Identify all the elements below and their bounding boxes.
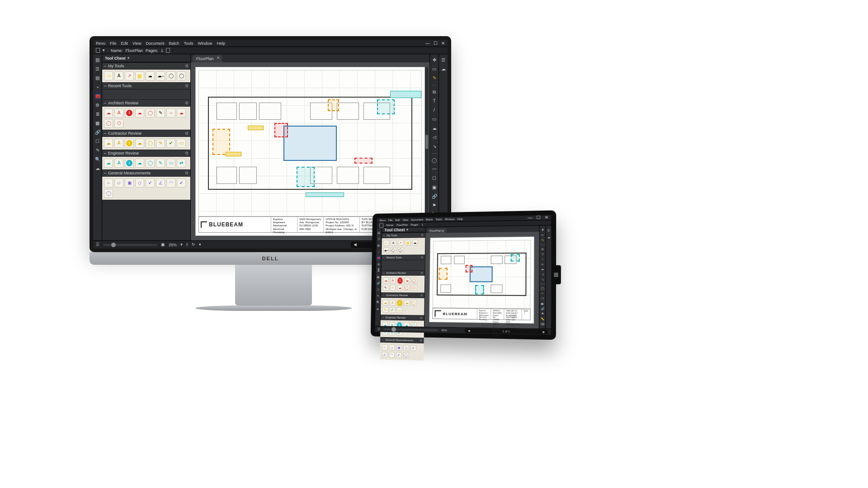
tool-text-a[interactable]: A (390, 277, 396, 283)
tool-gm-vol[interactable]: ▣ (125, 178, 134, 188)
rail-studio-r[interactable]: ☁ (440, 66, 447, 72)
tool-ellipse-a[interactable]: ◯ (146, 108, 155, 117)
tool-ellipse[interactable]: ◯ (166, 71, 175, 80)
zoom-value[interactable]: 25% (169, 243, 177, 247)
menu-item-view[interactable]: View (132, 41, 141, 46)
sticky-note-2[interactable]: Change req? (248, 126, 264, 130)
window-close-icon[interactable]: ✕ (441, 41, 445, 46)
tool-ellipse-a2[interactable]: ◯ (104, 119, 113, 128)
tool-ellipse-e[interactable]: ◯ (146, 159, 155, 168)
tool-cloud-c2[interactable]: ☁ (404, 300, 410, 306)
toolset-header-recent-tools[interactable]: –Recent Tools⚙ (102, 82, 190, 89)
tool-check-c[interactable]: ✔ (166, 139, 175, 148)
zoom-slider[interactable] (103, 244, 157, 246)
tool-line[interactable]: / (540, 258, 545, 261)
menu-item-help[interactable]: Help (217, 41, 225, 46)
tool-flag[interactable]: ⚑ (540, 312, 545, 315)
tool-cloud-a[interactable]: ☁ (104, 108, 113, 117)
tool-cloud[interactable]: ☁ (431, 125, 438, 131)
toolset-header-architect-review[interactable]: –Architect Review⚙ (381, 270, 425, 276)
tool-text-c[interactable]: A (390, 300, 396, 305)
menu-item-file[interactable]: File (110, 41, 117, 46)
menu-item-document[interactable]: Document (411, 218, 423, 221)
menu-item-batch[interactable]: Batch (426, 218, 433, 221)
rail-studio-r[interactable]: ☁ (546, 235, 551, 240)
tool-stamp-a[interactable]: 1 (125, 108, 134, 117)
tool-pen-a[interactable]: ✎ (382, 285, 388, 291)
tool-stamp[interactable]: ☐ (540, 297, 545, 300)
tool-cloud-plus[interactable]: ☁₊ (156, 71, 165, 80)
menu-item-tools[interactable]: Tools (184, 41, 193, 46)
tool-callout[interactable]: ◁ (540, 273, 545, 276)
tool-check-c[interactable]: ✔ (389, 307, 395, 313)
toolset-header-architect-review[interactable]: –Architect Review⚙ (102, 99, 190, 107)
toolset-header-recent-tools[interactable]: –Recent Tools⚙ (382, 254, 425, 260)
tool-gm-o[interactable]: ◯ (104, 189, 113, 198)
split-h-icon[interactable]: ⫴ (186, 243, 188, 247)
chevron-down-icon[interactable]: ▾ (180, 243, 183, 247)
tool-cloud-c[interactable]: ☁ (104, 139, 113, 148)
tool-cloud[interactable]: ☁ (412, 239, 418, 245)
rail-sets[interactable]: ▦ (94, 120, 101, 127)
rail-properties[interactable]: ⚙ (94, 102, 101, 108)
rail-bookmark[interactable]: ⭑ (377, 249, 381, 254)
tool-dim-e[interactable]: ⇄ (177, 159, 186, 168)
gear-icon[interactable]: ⚙ (420, 256, 423, 259)
rail-tool-chest[interactable]: 🧰 (377, 256, 381, 260)
tool-gm-check[interactable]: ✔ (396, 352, 402, 358)
markup-cloud-3[interactable] (328, 99, 339, 111)
tool-stamp-c[interactable]: 1 (396, 300, 402, 305)
tool-text[interactable]: T (540, 253, 545, 256)
toolset-header-contractor-review[interactable]: –Contractor Review⚙ (102, 130, 190, 137)
rail-file-access[interactable]: ▥ (94, 57, 101, 63)
tool-highlight[interactable]: ▆ (135, 71, 144, 80)
rail-properties-r[interactable]: ☰ (546, 228, 551, 233)
gear-icon[interactable]: ⚙ (420, 339, 422, 342)
tool-ellipse-a[interactable]: ◯ (411, 277, 417, 283)
tool-text-box[interactable]: A (391, 240, 396, 246)
rail-properties[interactable]: ⚙ (376, 262, 381, 267)
menu-item-help[interactable]: Help (457, 217, 463, 220)
tool-polyline[interactable]: 〰 (431, 166, 438, 173)
tool-gm-area[interactable]: ▱ (389, 344, 395, 350)
tool-measure[interactable]: 📏 (540, 317, 545, 320)
sticky-note-4[interactable]: Provide RFI responses for this area (306, 192, 344, 197)
tool-stamp-a[interactable]: 1 (397, 277, 403, 283)
rail-forms[interactable]: ☐ (376, 287, 380, 292)
tool-gm-perim[interactable]: ◇ (135, 178, 144, 188)
gear-icon[interactable]: ⚙ (185, 151, 189, 155)
menu-item-file[interactable]: File (388, 219, 393, 221)
tool-dim-a[interactable]: ↔ (390, 285, 396, 291)
rail-layers[interactable]: ≣ (376, 268, 381, 273)
tool-gm-area[interactable]: ▱ (114, 178, 123, 188)
markup-cloud-2[interactable] (274, 123, 288, 137)
menu-item-revu[interactable]: Revu (96, 41, 105, 46)
rail-markups[interactable]: ☰ (94, 66, 101, 72)
tool-cloud-plus[interactable]: ☁₊ (383, 247, 389, 253)
menu-item-document[interactable]: Document (146, 41, 164, 46)
gear-icon[interactable]: ⚙ (185, 171, 189, 175)
tool-text-e[interactable]: A (114, 159, 123, 168)
tool-arrow[interactable]: ↘ (431, 143, 438, 150)
page-next-icon[interactable]: ▶ (543, 330, 545, 333)
tool-gm-len[interactable]: ↔ (382, 344, 387, 350)
gear-icon[interactable]: ⚙ (185, 84, 189, 88)
tool-image[interactable]: ▣ (431, 184, 438, 191)
tool-cloud-a2[interactable]: ☁ (135, 108, 144, 117)
rotate-icon[interactable]: ↻ (192, 243, 195, 247)
tool-ellipse-c[interactable]: ◯ (411, 300, 417, 306)
toolset-header-contractor-review[interactable]: –Contractor Review⚙ (381, 292, 424, 298)
chevron-down-icon[interactable]: ▾ (199, 243, 201, 247)
tool-cloud-e2[interactable]: ☁ (135, 159, 144, 168)
markup-rect-1[interactable] (354, 158, 372, 164)
tool-gm-vol[interactable]: ▣ (396, 345, 402, 351)
tool-gm-count[interactable]: ✔ (410, 345, 416, 351)
tool-arrow[interactable]: ↗ (125, 71, 134, 80)
tool-ellipse-2[interactable]: ◯ (397, 247, 403, 253)
tool-rect[interactable]: ▭ (431, 116, 438, 122)
chevron-down-icon[interactable]: ▾ (103, 48, 105, 52)
window-max-icon[interactable]: ☐ (536, 215, 541, 220)
toolset-header-my-tools[interactable]: –My Tools⚙ (102, 62, 190, 70)
tool-ellipse-2[interactable]: ◯ (177, 71, 186, 80)
sticky-note-3[interactable]: What are power requirements for this are… (390, 91, 421, 98)
